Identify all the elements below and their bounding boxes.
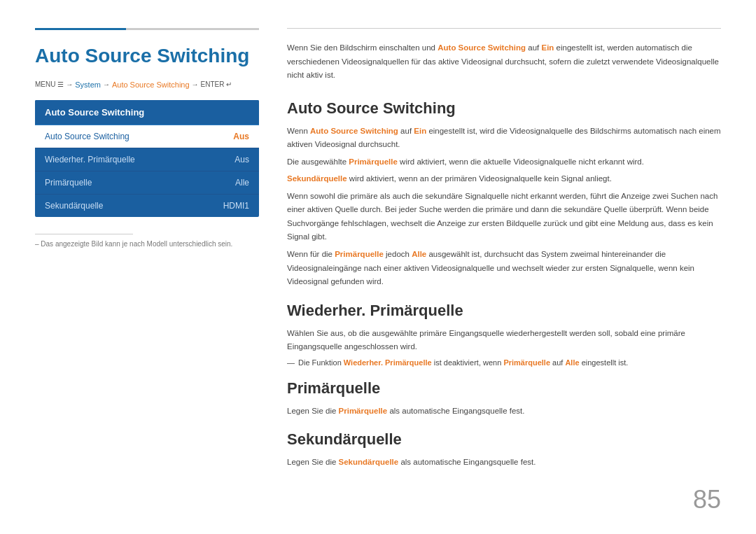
section-auto-source: Auto Source Switching Wenn Auto Source S… — [287, 99, 721, 289]
hl-wiederher-note: Wiederher. Primärquelle — [344, 358, 432, 367]
breadcrumb-enter: ENTER ↵ — [201, 80, 232, 88]
auto-source-p5: Wenn für die Primärquelle jedoch Alle au… — [287, 248, 721, 289]
menu-box: Auto Source Switching Auto Source Switch… — [35, 100, 259, 217]
auto-source-p2: Die ausgewählte Primärquelle wird aktivi… — [287, 155, 721, 169]
breadcrumb-arrow-2: → — [103, 80, 110, 88]
section-body-auto-source: Wenn Auto Source Switching auf Ein einge… — [287, 125, 721, 289]
menu-item-auto-source[interactable]: Auto Source Switching Aus — [35, 125, 259, 148]
intro-highlight-ein: Ein — [541, 43, 554, 52]
hl-primaerquelle: Primärquelle — [339, 407, 388, 415]
hl-ein: Ein — [414, 127, 426, 135]
hl-sekundaerquelle: Sekundärquelle — [339, 458, 399, 466]
section-title-primaerquelle: Primärquelle — [287, 379, 721, 398]
hl-ass: Auto Source Switching — [310, 127, 398, 135]
auto-source-p3: Sekundärquelle wird aktiviert, wenn an d… — [287, 172, 721, 186]
left-column: Auto Source Switching MENU ☰ → System → … — [35, 28, 259, 513]
hl-alle-note: Alle — [565, 358, 579, 367]
intro-text: Wenn Sie den Bildschirm einschalten und … — [287, 41, 721, 83]
auto-source-p4: Wenn sowohl die primäre als auch die sek… — [287, 190, 721, 244]
section-body-primaerquelle: Legen Sie die Primärquelle als automatis… — [287, 405, 721, 419]
wiederher-p1: Wählen Sie aus, ob die ausgewählte primä… — [287, 327, 721, 354]
section-wiederher: Wiederher. Primärquelle Wählen Sie aus, … — [287, 302, 721, 367]
footnote: – Das angezeigte Bild kann je nach Model… — [35, 240, 259, 248]
right-column: Wenn Sie den Bildschirm einschalten und … — [287, 28, 721, 513]
breadcrumb: MENU ☰ → System → Auto Source Switching … — [35, 80, 259, 89]
hl-primaer2: Primärquelle — [335, 250, 384, 258]
section-primaerquelle: Primärquelle Legen Sie die Primärquelle … — [287, 379, 721, 419]
section-title-sekundaerquelle: Sekundärquelle — [287, 430, 721, 449]
menu-item-auto-source-label: Auto Source Switching — [45, 132, 130, 141]
section-sekundaerquelle: Sekundärquelle Legen Sie die Sekundärque… — [287, 430, 721, 470]
hl-sekundaer1: Sekundärquelle — [287, 174, 347, 183]
menu-item-wiederher-value: Aus — [234, 155, 249, 164]
wiederher-note: Die Funktion Wiederher. Primärquelle ist… — [287, 358, 721, 367]
breadcrumb-arrow-3: → — [192, 80, 199, 88]
page-number: 85 — [693, 485, 721, 514]
page-title: Auto Source Switching — [35, 44, 259, 68]
section-title-auto-source: Auto Source Switching — [287, 99, 721, 118]
section-title-wiederher: Wiederher. Primärquelle — [287, 302, 721, 320]
menu-item-primaer[interactable]: Primärquelle Alle — [35, 171, 259, 195]
sekundaerquelle-p1: Legen Sie die Sekundärquelle als automat… — [287, 456, 721, 470]
intro-highlight-ass: Auto Source Switching — [438, 43, 526, 52]
right-top-line — [287, 28, 721, 29]
breadcrumb-menu: MENU ☰ — [35, 80, 64, 88]
menu-item-primaer-label: Primärquelle — [45, 178, 92, 188]
menu-item-sekundaer-value: HDMI1 — [223, 201, 249, 211]
menu-item-wiederher-label: Wiederher. Primärquelle — [45, 155, 135, 164]
menu-header: Auto Source Switching — [35, 100, 259, 125]
breadcrumb-arrow-1: → — [66, 80, 73, 88]
primaerquelle-p1: Legen Sie die Primärquelle als automatis… — [287, 405, 721, 419]
menu-item-wiederher[interactable]: Wiederher. Primärquelle Aus — [35, 148, 259, 171]
section-body-sekundaerquelle: Legen Sie die Sekundärquelle als automat… — [287, 456, 721, 470]
menu-item-sekundaer[interactable]: Sekundärquelle HDMI1 — [35, 195, 259, 217]
footnote-divider — [35, 234, 133, 234]
menu-item-auto-source-value: Aus — [233, 132, 249, 141]
page: Auto Source Switching MENU ☰ → System → … — [0, 0, 756, 534]
menu-item-primaer-value: Alle — [235, 178, 249, 188]
hl-primaer-note: Primärquelle — [503, 358, 550, 367]
menu-item-sekundaer-label: Sekundärquelle — [45, 201, 103, 211]
breadcrumb-current: Auto Source Switching — [112, 80, 190, 89]
hl-primaer1: Primärquelle — [349, 157, 398, 166]
section-body-wiederher: Wählen Sie aus, ob die ausgewählte primä… — [287, 327, 721, 354]
hl-alle: Alle — [412, 250, 426, 258]
top-decorative-line — [35, 28, 259, 30]
breadcrumb-system[interactable]: System — [75, 80, 101, 89]
gray-line — [126, 28, 259, 30]
auto-source-p1: Wenn Auto Source Switching auf Ein einge… — [287, 125, 721, 152]
blue-line — [35, 28, 126, 30]
